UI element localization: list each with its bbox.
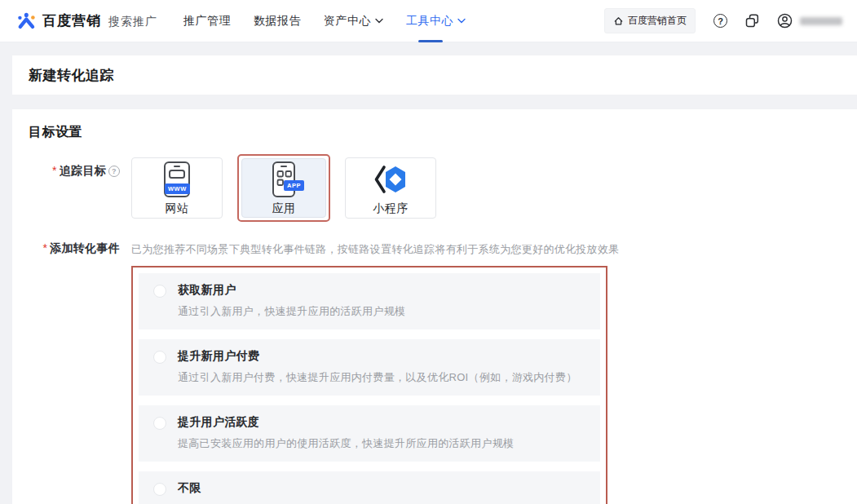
target-cards: WWW 网站 APP 应用: [131, 154, 436, 222]
baidu-marketing-paw-icon: [16, 11, 37, 31]
option-texts: 获取新用户 通过引入新用户，快速提升应用的活跃用户规模: [178, 283, 405, 319]
tracking-target-label: *追踪目标?: [29, 154, 120, 222]
option-boost-new-user-payment[interactable]: 提升新用户付费 通过引入新用户付费，快速提升应用内付费量，以及优化ROI（例如，…: [139, 339, 600, 396]
conversion-events-row: *添加转化事件 已为您推荐不同场景下典型转化事件链路，按链路设置转化追踪将有利于…: [29, 241, 841, 504]
option-title: 提升新用户付费: [178, 349, 577, 364]
card-label: 小程序: [373, 201, 409, 216]
tracking-target-row: *追踪目标? WWW 网站: [29, 154, 841, 222]
www-badge: WWW: [165, 183, 190, 194]
recommendation-hint: 已为您推荐不同场景下典型转化事件链路，按链路设置转化追踪将有利于系统为您更好的优…: [131, 241, 620, 257]
content-panel: 目标设置 *追踪目标? WWW 网站: [12, 109, 857, 504]
option-texts: 不限 自定义所需的转化指标，建议按转化链路合理定义: [178, 481, 417, 504]
nav-item-asset-center[interactable]: 资产中心: [312, 0, 395, 42]
required-mark: *: [52, 164, 57, 177]
nav-item-tool-center[interactable]: 工具中心: [395, 0, 477, 42]
main-nav: 推广管理 数据报告 资产中心 工具中心: [172, 0, 477, 42]
target-card-miniprogram[interactable]: 小程序: [345, 157, 436, 219]
card-label: 应用: [272, 201, 296, 216]
radio-button[interactable]: [153, 483, 166, 496]
card-label: 网站: [166, 201, 189, 216]
radio-button[interactable]: [153, 285, 166, 298]
tracking-target-help-icon[interactable]: ?: [108, 166, 120, 177]
nav-label: 资产中心: [324, 14, 371, 29]
nav-item-data-reports[interactable]: 数据报告: [242, 0, 312, 42]
account-switch-icon[interactable]: [745, 14, 759, 28]
option-unlimited[interactable]: 不限 自定义所需的转化指标，建议按转化链路合理定义: [139, 471, 600, 504]
home-icon: [613, 15, 624, 26]
label-text: 添加转化事件: [50, 241, 120, 254]
option-title: 不限: [178, 481, 417, 496]
option-desc: 通过引入新用户付费，快速提升应用内付费量，以及优化ROI（例如，游戏内付费）: [178, 370, 577, 385]
app-icon: APP: [271, 161, 297, 198]
miniprogram-icon: [372, 161, 409, 198]
username-redacted: [800, 17, 842, 25]
option-texts: 提升用户活跃度 提高已安装应用的用户的使用活跃度，快速提升所应用的活跃用户规模: [178, 415, 514, 451]
option-acquire-new-users[interactable]: 获取新用户 通过引入新用户，快速提升应用的活跃用户规模: [139, 273, 600, 329]
marketing-home-button[interactable]: 百度营销首页: [604, 8, 696, 33]
app-badge: APP: [284, 180, 304, 191]
radio-button[interactable]: [153, 351, 166, 364]
option-title: 获取新用户: [178, 283, 405, 298]
page-title-bar: 新建转化追踪: [12, 55, 857, 95]
top-header: 百度营销 搜索推广 推广管理 数据报告 资产中心 工具中心: [0, 0, 857, 42]
brand-logo[interactable]: 百度营销 搜索推广: [16, 11, 157, 31]
option-texts: 提升新用户付费 通过引入新用户付费，快速提升应用内付费量，以及优化ROI（例如，…: [178, 349, 577, 385]
nav-label: 工具中心: [406, 14, 453, 29]
nav-label: 数据报告: [254, 14, 301, 29]
nav-item-promotion-management[interactable]: 推广管理: [172, 0, 242, 42]
option-title: 提升用户活跃度: [178, 415, 514, 430]
user-avatar-icon[interactable]: [777, 13, 793, 29]
section-title: 目标设置: [29, 124, 841, 141]
target-card-app[interactable]: APP 应用: [241, 158, 326, 218]
header-right: 百度营销首页 ?: [604, 8, 842, 33]
home-button-label: 百度营销首页: [628, 14, 687, 28]
label-text: 追踪目标: [60, 164, 106, 177]
option-desc: 提高已安装应用的用户的使用活跃度，快速提升所应用的活跃用户规模: [178, 436, 514, 451]
conversion-events-label: *添加转化事件: [29, 241, 120, 504]
conversion-options-annotation-box: 获取新用户 通过引入新用户，快速提升应用的活跃用户规模 提升新用户付费 通过引入…: [131, 266, 607, 504]
brand-name: 百度营销: [42, 11, 101, 30]
radio-button[interactable]: [153, 417, 166, 430]
selected-annotation-box: APP 应用: [237, 154, 330, 222]
chevron-down-icon: [457, 18, 466, 24]
option-boost-user-activity[interactable]: 提升用户活跃度 提高已安装应用的用户的使用活跃度，快速提升所应用的活跃用户规模: [139, 405, 600, 462]
nav-label: 推广管理: [183, 14, 231, 29]
required-mark: *: [42, 241, 47, 254]
target-card-website[interactable]: WWW 网站: [131, 157, 223, 219]
option-desc: 通过引入新用户，快速提升应用的活跃用户规模: [178, 304, 405, 319]
brand-subtitle: 搜索推广: [108, 13, 157, 29]
website-icon: WWW: [162, 161, 192, 198]
chevron-down-icon: [375, 18, 383, 24]
help-icon[interactable]: ?: [713, 14, 727, 28]
page-title: 新建转化追踪: [29, 66, 114, 85]
conversion-events-content: 已为您推荐不同场景下典型转化事件链路，按链路设置转化追踪将有利于系统为您更好的优…: [131, 241, 620, 504]
